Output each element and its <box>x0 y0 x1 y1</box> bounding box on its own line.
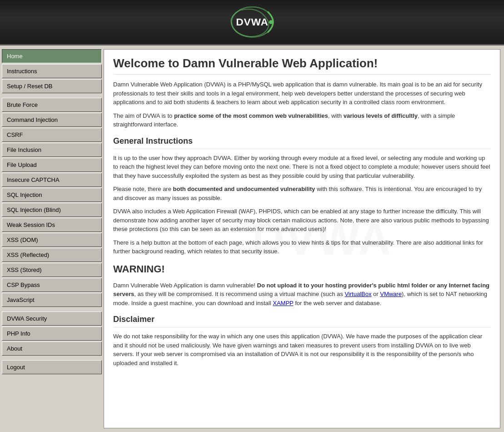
warning-or: or <box>371 291 380 297</box>
disclaimer-paragraph: We do not take responsibility for the wa… <box>113 332 491 367</box>
warning-paragraph: Damn Vulnerable Web Application is damn … <box>113 281 491 308</box>
sidebar-item-csp-bypass[interactable]: CSP Bypass <box>2 278 102 292</box>
gi-para1: It is up to the user how they approach D… <box>113 154 491 181</box>
dvwa-logo: DVWA <box>220 3 284 41</box>
sidebar-item-command-injection[interactable]: Command Injection <box>2 113 102 127</box>
sidebar-item-dvwa-security[interactable]: DVWA Security <box>2 311 102 326</box>
svg-text:DVWA: DVWA <box>236 16 269 28</box>
gi-para3: DVWA also includes a Web Application Fir… <box>113 207 491 234</box>
warning-end: , as they will be compromised. It is rec… <box>134 291 344 297</box>
aim-prefix: The aim of DVWA is to <box>113 112 174 119</box>
aim-bold: practice some of the most common web vul… <box>174 112 328 119</box>
sidebar-item-file-upload[interactable]: File Upload <box>2 158 102 172</box>
sidebar-item-xss-reflected[interactable]: XSS (Reflected) <box>2 248 102 262</box>
sidebar-item-javascript[interactable]: JavaScript <box>2 293 102 307</box>
gi-para2: Please note, there are both documented a… <box>113 185 491 202</box>
aim-bold2: various levels of difficultly <box>344 112 418 119</box>
gi-para2-bold: both documented and undocumented vulnera… <box>173 186 315 192</box>
header: DVWA <box>0 0 504 45</box>
sidebar-item-weak-session-ids[interactable]: Weak Session IDs <box>2 218 102 232</box>
gi-para4: There is a help button at the bottom of … <box>113 238 491 256</box>
logo-container: DVWA <box>220 3 284 41</box>
sidebar-item-instructions[interactable]: Instructions <box>2 64 102 78</box>
sidebar-item-php-info[interactable]: PHP Info <box>2 327 102 341</box>
sidebar: Home Instructions Setup / Reset DB Brute… <box>0 45 104 432</box>
sidebar-item-xss-dom[interactable]: XSS (DOM) <box>2 233 102 247</box>
sidebar-item-setup-reset-db[interactable]: Setup / Reset DB <box>2 79 102 93</box>
sidebar-item-home[interactable]: Home <box>2 49 102 63</box>
warning-end3: for the web server and database. <box>294 300 382 306</box>
sidebar-item-csrf[interactable]: CSRF <box>2 128 102 142</box>
sidebar-divider-1 <box>2 94 102 98</box>
sidebar-item-xss-stored[interactable]: XSS (Stored) <box>2 263 102 277</box>
page-title: Welcome to Damn Vulnerable Web Applicati… <box>113 56 491 75</box>
virtualbox-link[interactable]: VirtualBox <box>344 291 371 297</box>
sidebar-item-sql-injection-blind[interactable]: SQL Injection (Blind) <box>2 203 102 217</box>
sidebar-item-sql-injection[interactable]: SQL Injection <box>2 188 102 202</box>
sidebar-item-insecure-captcha[interactable]: Insecure CAPTCHA <box>2 173 102 187</box>
sidebar-item-brute-force[interactable]: Brute Force <box>2 98 102 112</box>
sidebar-divider-2 <box>2 308 102 311</box>
disclaimer-heading: Disclaimer <box>113 315 491 327</box>
xampp-link[interactable]: XAMPP <box>273 300 293 306</box>
main-content: DVWA Welcome to Damn Vulnerable Web Appl… <box>104 49 500 428</box>
warning-prefix: Damn Vulnerable Web Application is damn … <box>113 282 257 289</box>
content-inner: Welcome to Damn Vulnerable Web Applicati… <box>113 56 491 367</box>
vmware-link[interactable]: VMware <box>380 291 402 297</box>
intro-paragraph: Damn Vulnerable Web Application (DVWA) i… <box>113 80 491 107</box>
warning-heading: WARNING! <box>113 261 491 276</box>
aim-middle: , with <box>328 112 344 119</box>
sidebar-divider-3 <box>2 357 102 360</box>
sidebar-item-about[interactable]: About <box>2 342 102 356</box>
general-instructions-heading: General Instructions <box>113 136 491 149</box>
content-wrapper: Home Instructions Setup / Reset DB Brute… <box>0 45 504 432</box>
svg-point-2 <box>269 20 273 24</box>
aim-paragraph: The aim of DVWA is to practice some of t… <box>113 111 491 129</box>
sidebar-item-file-inclusion[interactable]: File Inclusion <box>2 143 102 157</box>
sidebar-item-logout[interactable]: Logout <box>2 360 102 374</box>
gi-para2-prefix: Please note, there are <box>113 186 173 192</box>
